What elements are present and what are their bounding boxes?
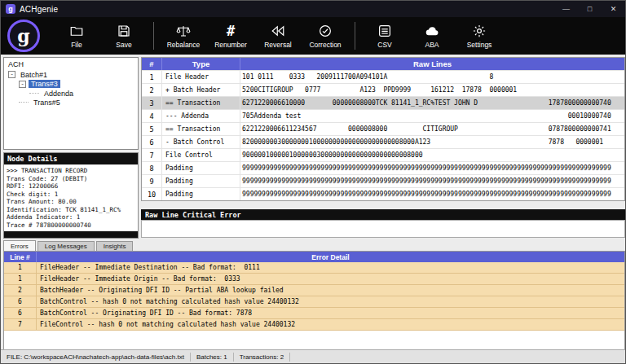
raw-row-type: --- Addenda xyxy=(162,110,240,122)
error-row[interactable]: 6BatchControl -- Originating DFI ID -- B… xyxy=(4,308,624,319)
critical-error-content xyxy=(141,220,625,238)
raw-line-row[interactable]: 1File Header101 0111 0333 2009111700A094… xyxy=(142,70,624,83)
tree-item-trans-5[interactable]: Trans#5 xyxy=(4,99,138,108)
raw-table-body: 1File Header101 0111 0333 2009111700A094… xyxy=(142,70,624,200)
aba-icon xyxy=(425,23,439,39)
error-row[interactable]: 1FileHeader -- Immediate Origin -- Bad f… xyxy=(4,274,624,285)
tree-item-addenda[interactable]: Addenda xyxy=(4,89,138,99)
tree-item-trans-3[interactable]: -Trans#3 xyxy=(4,80,138,90)
raw-row-content: 9999999999999999999999999999999999999999… xyxy=(240,162,624,174)
tree-item-label: Batch#1 xyxy=(18,71,50,79)
raw-line-row[interactable]: 8Padding99999999999999999999999999999999… xyxy=(142,161,624,174)
toolbar-button-label: CSV xyxy=(377,41,391,49)
raw-row-type: File Control xyxy=(162,149,240,161)
raw-line-row[interactable]: 7File Control900000100000100000030000000… xyxy=(142,148,624,161)
tab-insights[interactable]: Insights xyxy=(96,241,134,251)
toolbar-button-reversal[interactable]: Reversal xyxy=(254,18,302,54)
node-detail-line: >>> TRANSACTION RECORD xyxy=(7,167,135,175)
tab-log-messages[interactable]: Log Messages xyxy=(37,241,95,251)
errors-panel: Line # Error Detail 1FileHeader -- Immed… xyxy=(3,251,625,350)
toolbar-button-settings[interactable]: Settings xyxy=(456,18,503,54)
raw-line-row[interactable]: 2+ Batch Header5200CITIGROUP 0777 A123 P… xyxy=(142,83,624,96)
toolbar: g FileSaveRebalance#RenumberReversalCorr… xyxy=(1,17,625,55)
error-row-detail: FileHeader -- Immediate Destination -- B… xyxy=(37,262,624,273)
error-row[interactable]: 6BatchControl -- hash 0 not matching cal… xyxy=(4,296,624,308)
toolbar-button-label: File xyxy=(71,41,82,49)
raw-row-type: Padding xyxy=(162,175,240,187)
ach-tree-panel: ACH -Batch#1-Trans#3AddendaTrans#5 xyxy=(3,57,139,150)
raw-row-type: Padding xyxy=(162,162,240,174)
column-header-line-number: Line # xyxy=(4,252,37,262)
tree-item-label: Trans#3 xyxy=(29,80,60,88)
tree-connector xyxy=(29,93,39,94)
raw-row-number: 2 xyxy=(142,84,162,96)
toolbar-button-label: Reversal xyxy=(264,41,292,49)
raw-row-number: 1 xyxy=(142,71,162,83)
tab-errors[interactable]: Errors xyxy=(3,240,36,251)
error-row-line-number: 1 xyxy=(4,262,37,273)
error-row-detail: BatchHeader -- Originating DFI ID -- Par… xyxy=(37,285,624,296)
node-details-content: >>> TRANSACTION RECORDTrans Code: 27 (DE… xyxy=(4,164,138,229)
folder-icon xyxy=(69,23,84,39)
window-controls: — □ ✕ xyxy=(554,1,625,17)
raw-line-row[interactable]: 3== Transaction6271220006610000 00000008… xyxy=(142,96,624,109)
raw-row-content: 9999999999999999999999999999999999999999… xyxy=(240,175,624,187)
status-file-path: FILE: C:\workspaceACH\nachatech-app\ach-… xyxy=(1,353,191,362)
error-row[interactable]: 1FileHeader -- Immediate Destination -- … xyxy=(4,262,624,274)
maximize-button[interactable]: □ xyxy=(578,1,602,17)
tree-toggle-icon[interactable]: - xyxy=(19,81,26,88)
status-batches: Batches: 1 xyxy=(191,353,234,362)
raw-line-row[interactable]: 10Padding9999999999999999999999999999999… xyxy=(142,187,624,200)
settings-icon xyxy=(472,23,487,39)
error-row-line-number: 6 xyxy=(4,308,37,318)
tree-item-batch-1[interactable]: -Batch#1 xyxy=(4,70,138,80)
raw-line-row[interactable]: 4--- Addenda705Addenda test 00010000740 xyxy=(142,109,624,122)
error-row[interactable]: 2BatchHeader -- Originating DFI ID -- Pa… xyxy=(4,285,624,296)
toolbar-button-rebalance[interactable]: Rebalance xyxy=(160,18,207,54)
raw-line-row[interactable]: 5== Transaction6221220006611234567 00000… xyxy=(142,122,624,135)
error-row-line-number: 1 xyxy=(4,274,37,284)
raw-row-content: 101 0111 0333 2009111700A094101A 8 xyxy=(240,71,624,83)
error-row[interactable]: 7FileControl -- hash 0 not matching calc… xyxy=(4,319,624,331)
raw-row-content: 5200CITIGROUP 0777 A123 PPD9999 161212 1… xyxy=(240,84,624,96)
critical-error-header: Raw Line Critical Error xyxy=(141,209,625,220)
bottom-tabs: Errors Log Messages Insights xyxy=(3,240,134,251)
column-header-raw-lines: Raw Lines xyxy=(240,58,624,70)
tree-root-label[interactable]: ACH xyxy=(4,58,138,70)
toolbar-button-save[interactable]: Save xyxy=(100,18,148,54)
raw-row-type: Padding xyxy=(162,188,240,200)
window-title: ACHgenie xyxy=(20,5,58,14)
toolbar-separator xyxy=(153,22,154,50)
error-row-line-number: 2 xyxy=(4,285,37,296)
close-button[interactable]: ✕ xyxy=(602,1,625,17)
toolbar-button-label: Save xyxy=(116,41,131,49)
raw-line-row[interactable]: 9Padding99999999999999999999999999999999… xyxy=(142,174,624,187)
raw-row-type: - Batch Control xyxy=(162,136,240,148)
tree-toggle-icon[interactable]: - xyxy=(8,71,15,78)
toolbar-button-file[interactable]: File xyxy=(53,18,100,54)
node-details-footer-bar xyxy=(4,231,138,238)
node-detail-line: Trans Code: 27 (DEBIT) xyxy=(7,175,135,183)
tree-item-label: Trans#5 xyxy=(31,99,63,107)
raw-row-content: 6221220006611234567 0000008000 CITIGROUP… xyxy=(240,123,624,135)
app-window: g ACHgenie — □ ✕ g FileSaveRebalance#Ren… xyxy=(0,0,626,364)
minimize-button[interactable]: — xyxy=(554,1,578,17)
save-icon xyxy=(117,23,131,39)
error-row-detail: BatchControl -- hash 0 not matching calc… xyxy=(37,296,624,307)
column-header-number: # xyxy=(142,58,162,70)
raw-row-content: 9999999999999999999999999999999999999999… xyxy=(240,188,624,200)
raw-row-content: 8200000003000000010000000000000000000000… xyxy=(240,136,624,148)
node-details-header: Node Details xyxy=(4,153,138,164)
toolbar-button-renumber[interactable]: #Renumber xyxy=(207,18,254,54)
app-icon: g xyxy=(6,4,15,14)
toolbar-button-correction[interactable]: Correction xyxy=(302,18,349,54)
toolbar-button-csv[interactable]: CSV xyxy=(361,18,408,54)
renumber-icon: # xyxy=(227,23,235,39)
toolbar-button-aba[interactable]: ABA xyxy=(408,18,456,54)
raw-row-number: 7 xyxy=(142,149,162,161)
raw-row-number: 4 xyxy=(142,110,162,122)
raw-line-row[interactable]: 6- Batch Control820000000300000001000000… xyxy=(142,135,624,148)
raw-row-number: 6 xyxy=(142,136,162,148)
raw-row-content: 9000001000001000000300000000000000000000… xyxy=(240,149,624,161)
error-row-detail: FileHeader -- Immediate Origin -- Bad fo… xyxy=(37,274,624,284)
